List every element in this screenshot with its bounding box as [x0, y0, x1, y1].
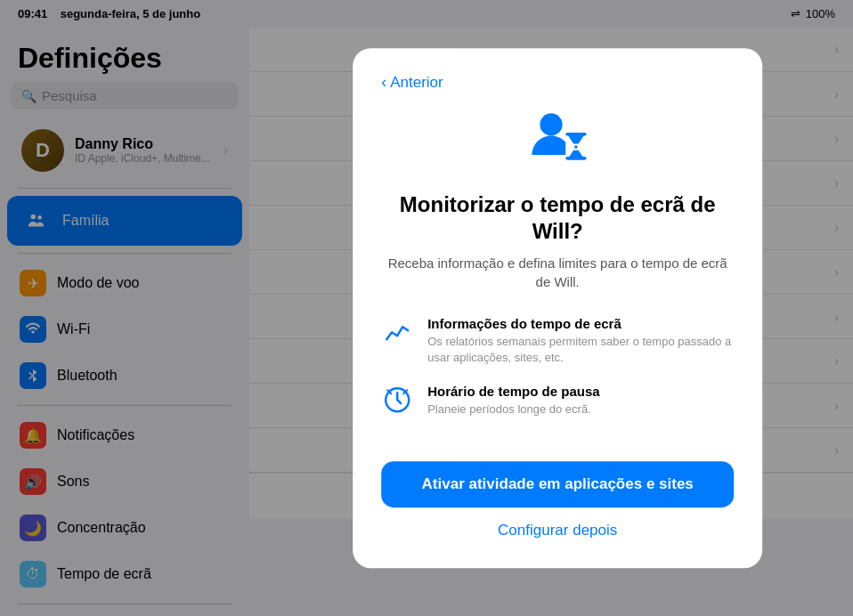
- back-label: Anterior: [390, 74, 443, 92]
- svg-rect-10: [565, 133, 586, 136]
- feature-info-icon: [381, 316, 413, 348]
- feature-info: Informações do tempo de ecrã Os relatóri…: [381, 316, 734, 366]
- back-chevron-icon: ‹: [381, 73, 386, 92]
- secondary-button[interactable]: Configurar depois: [498, 522, 617, 539]
- modal-subtitle: Receba informação e defina limites para …: [381, 254, 734, 291]
- feature-pausa-icon: [381, 385, 413, 417]
- feature-info-text: Informações do tempo de ecrã Os relatóri…: [427, 316, 734, 366]
- feature-pausa-title: Horário de tempo de pausa: [427, 385, 734, 400]
- modal-title: Monitorizar o tempo de ecrã de Will?: [381, 191, 734, 245]
- feature-pausa-text: Horário de tempo de pausa Planeie períod…: [427, 385, 734, 418]
- primary-button[interactable]: Ativar atividade em aplicações e sites: [381, 461, 734, 507]
- feature-pausa-desc: Planeie períodos longe do ecrã.: [427, 402, 734, 418]
- svg-point-8: [540, 113, 562, 135]
- svg-point-12: [574, 145, 578, 149]
- back-button[interactable]: ‹ Anterior: [381, 73, 443, 92]
- svg-rect-11: [565, 157, 586, 160]
- modal: ‹ Anterior Monitorizar o tempo de ecrã d…: [353, 48, 762, 568]
- modal-icon: [525, 106, 589, 174]
- feature-info-desc: Os relatórios semanais permitem saber o …: [427, 334, 734, 366]
- feature-info-title: Informações do tempo de ecrã: [427, 316, 734, 331]
- modal-features: Informações do tempo de ecrã Os relatóri…: [381, 316, 734, 436]
- feature-pausa: Horário de tempo de pausa Planeie períod…: [381, 385, 734, 418]
- ipad-screen: 09:41 segunda-feira, 5 de junho ⇌ 100% D…: [0, 0, 853, 616]
